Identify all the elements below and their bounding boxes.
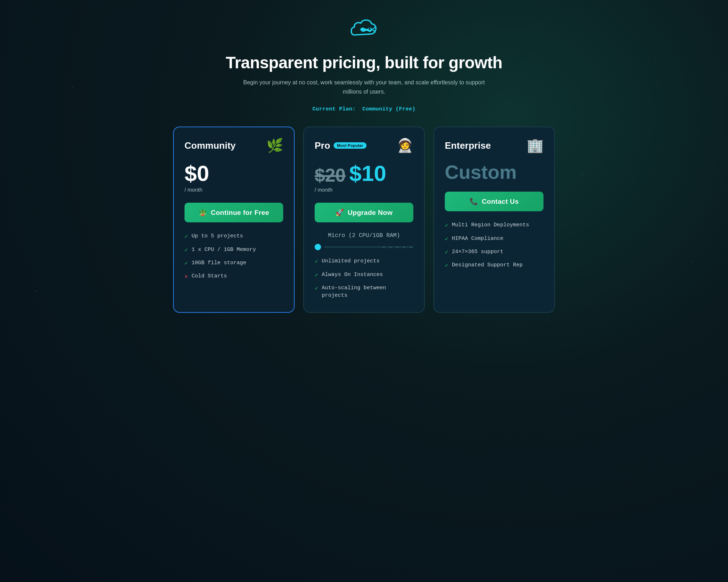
list-item: ✓ Auto-scaling between projects [315,284,413,299]
community-price-period: / month [185,187,283,193]
enterprise-card-title: Enterprise [445,140,491,151]
current-plan-label: Current Plan: [313,106,356,112]
current-plan-value: Community (Free) [362,106,415,112]
community-card-title: Community [185,140,236,151]
contact-us-button[interactable]: 📞 Contact Us [445,192,543,211]
instance-label: Micro (2 CPU/1GB RAM) [315,232,413,239]
leaf-icon: 🌿 [266,139,283,152]
feature-text: Up to 5 projects [192,232,243,240]
track-dot [390,246,392,248]
track-dot [397,246,398,248]
hero-subtitle: Begin your journey at no cost, work seam… [239,78,489,96]
enterprise-title-area: Enterprise [445,140,491,151]
check-icon: ✓ [315,258,318,266]
track-dot [383,246,385,248]
feature-text: 1 x CPU / 1GB Memory [192,246,256,253]
pro-card: Pro Most Popular 🧑‍🚀 $20 $10 / month 🚀 U… [303,127,425,313]
astronaut-icon: 🧑‍🚀 [397,139,413,152]
cross-icon: ✕ [185,273,188,281]
enterprise-features-list: ✓ Multi Region Deployments ✓ HIPAA Compl… [445,221,543,270]
phone-icon: 📞 [469,197,478,206]
feature-text: Unlimited projects [322,257,380,265]
most-popular-badge: Most Popular [334,142,366,149]
pro-price-block: $20 $10 / month [315,162,413,193]
current-plan-bar: Current Plan: Community (Free) [313,106,415,112]
contact-us-label: Contact Us [482,198,519,206]
pro-price-row: $20 $10 [315,162,413,184]
pro-features-list: ✓ Unlimited projects ✓ Always On Instanc… [315,257,413,299]
logo [348,14,380,44]
pro-price-old: $20 [315,166,346,184]
upgrade-now-label: Upgrade Now [348,209,393,217]
community-card-header: Community 🌿 [185,139,283,152]
enterprise-price-block: Custom [445,162,543,182]
feature-text: Designated Support Rep [452,261,523,269]
list-item: ✓ Multi Region Deployments [445,221,543,230]
pro-card-title: Pro [315,140,330,151]
list-item: ✓ 1 x CPU / 1GB Memory [185,246,283,254]
continue-free-icon: 🪴 [198,208,207,217]
feature-text: Multi Region Deployments [452,221,529,229]
check-icon: ✓ [185,246,188,254]
check-icon: ✓ [445,248,448,256]
check-icon: ✓ [445,222,448,230]
slider-dots [324,246,413,248]
enterprise-price: Custom [445,162,543,182]
slider-row[interactable] [315,244,413,250]
community-price-block: $0 / month [185,162,283,193]
pro-title-area: Pro Most Popular [315,140,367,151]
rocket-icon: 🚀 [335,208,344,217]
pricing-cards-row: Community 🌿 $0 / month 🪴 Continue for Fr… [167,127,561,313]
slider-thumb[interactable] [315,244,321,250]
check-icon: ✓ [185,260,188,267]
hero-title: Transparent pricing, built for growth [226,53,502,72]
check-icon: ✓ [315,271,318,279]
list-item: ✓ Designated Support Rep [445,261,543,270]
continue-free-button[interactable]: 🪴 Continue for Free [185,203,283,222]
continue-free-label: Continue for Free [211,209,269,217]
list-item: ✓ 24×7×365 support [445,248,543,256]
check-icon: ✓ [445,262,448,270]
feature-text: 10GB file storage [192,259,246,267]
community-card: Community 🌿 $0 / month 🪴 Continue for Fr… [173,127,295,313]
list-item: ✓ 10GB file storage [185,259,283,267]
community-features-list: ✓ Up to 5 projects ✓ 1 x CPU / 1GB Memor… [185,232,283,281]
feature-text: 24×7×365 support [452,248,503,256]
enterprise-card: Enterprise 🏢 Custom 📞 Contact Us ✓ Multi… [433,127,555,313]
page-wrapper: Transparent pricing, built for growth Be… [167,14,561,313]
community-title-area: Community [185,140,236,151]
pro-price-period: / month [315,187,413,193]
enterprise-card-header: Enterprise 🏢 [445,139,543,152]
feature-text: Auto-scaling between projects [322,284,413,299]
list-item: ✓ Always On Instances [315,271,413,279]
svg-point-0 [369,28,370,30]
feature-text: Always On Instances [322,271,383,278]
track-dot [410,246,412,248]
community-price-row: $0 [185,162,283,184]
check-icon: ✓ [185,233,188,241]
feature-text: Cold Starts [192,272,227,280]
track-dot [403,246,405,248]
slider-track[interactable] [324,246,413,248]
check-icon: ✓ [445,235,448,243]
upgrade-now-button[interactable]: 🚀 Upgrade Now [315,203,413,222]
pro-card-header: Pro Most Popular 🧑‍🚀 [315,139,413,152]
list-item: ✓ HIPAA Compliance [445,235,543,243]
list-item: ✓ Unlimited projects [315,257,413,266]
list-item: ✕ Cold Starts [185,272,283,281]
community-price: $0 [185,162,209,184]
list-item: ✓ Up to 5 projects [185,232,283,241]
feature-text: HIPAA Compliance [452,235,503,242]
check-icon: ✓ [315,285,318,292]
building-icon: 🏢 [527,139,543,152]
pro-price-new: $10 [349,162,386,184]
